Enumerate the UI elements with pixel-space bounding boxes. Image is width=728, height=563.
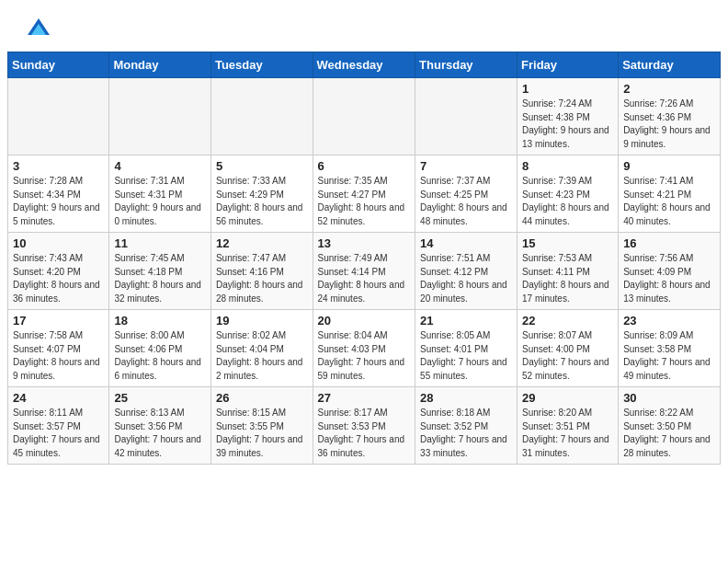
calendar-week-row: 10Sunrise: 7:43 AM Sunset: 4:20 PM Dayli… <box>8 233 721 310</box>
weekday-header: Wednesday <box>313 52 415 78</box>
day-info: Sunrise: 7:51 AM Sunset: 4:12 PM Dayligh… <box>420 252 512 305</box>
day-number: 21 <box>420 314 512 327</box>
day-number: 10 <box>13 236 104 250</box>
calendar-cell <box>8 78 109 155</box>
day-number: 23 <box>623 314 715 327</box>
day-number: 15 <box>522 236 613 250</box>
day-info: Sunrise: 7:31 AM Sunset: 4:31 PM Dayligh… <box>114 175 206 228</box>
calendar-cell: 15Sunrise: 7:53 AM Sunset: 4:11 PM Dayli… <box>518 233 619 310</box>
weekday-header: Tuesday <box>210 52 313 78</box>
day-info: Sunrise: 7:58 AM Sunset: 4:07 PM Dayligh… <box>13 329 104 383</box>
day-info: Sunrise: 8:13 AM Sunset: 3:56 PM Dayligh… <box>114 407 206 460</box>
calendar-cell: 5Sunrise: 7:33 AM Sunset: 4:29 PM Daylig… <box>210 155 313 233</box>
calendar-cell <box>109 78 211 155</box>
day-info: Sunrise: 8:04 AM Sunset: 4:03 PM Dayligh… <box>318 329 411 383</box>
day-info: Sunrise: 7:28 AM Sunset: 4:34 PM Dayligh… <box>13 175 104 228</box>
weekday-header: Thursday <box>415 52 518 78</box>
day-info: Sunrise: 8:11 AM Sunset: 3:57 PM Dayligh… <box>13 407 104 460</box>
calendar-cell: 3Sunrise: 7:28 AM Sunset: 4:34 PM Daylig… <box>8 155 109 233</box>
calendar-cell: 19Sunrise: 8:02 AM Sunset: 4:04 PM Dayli… <box>210 310 313 387</box>
calendar-cell: 6Sunrise: 7:35 AM Sunset: 4:27 PM Daylig… <box>313 155 415 233</box>
calendar-cell: 11Sunrise: 7:45 AM Sunset: 4:18 PM Dayli… <box>109 233 211 310</box>
day-number: 2 <box>623 82 715 96</box>
calendar-week-row: 3Sunrise: 7:28 AM Sunset: 4:34 PM Daylig… <box>8 155 721 233</box>
day-info: Sunrise: 8:20 AM Sunset: 3:51 PM Dayligh… <box>522 407 613 460</box>
calendar-cell: 16Sunrise: 7:56 AM Sunset: 4:09 PM Dayli… <box>619 233 721 310</box>
day-info: Sunrise: 8:02 AM Sunset: 4:04 PM Dayligh… <box>216 329 308 383</box>
day-number: 7 <box>420 159 512 173</box>
calendar-cell: 18Sunrise: 8:00 AM Sunset: 4:06 PM Dayli… <box>109 310 211 387</box>
calendar-cell: 21Sunrise: 8:05 AM Sunset: 4:01 PM Dayli… <box>415 310 518 387</box>
day-info: Sunrise: 7:45 AM Sunset: 4:18 PM Dayligh… <box>114 252 206 305</box>
day-number: 5 <box>216 159 308 173</box>
logo <box>26 17 55 42</box>
day-info: Sunrise: 7:26 AM Sunset: 4:36 PM Dayligh… <box>623 98 715 151</box>
calendar-cell: 9Sunrise: 7:41 AM Sunset: 4:21 PM Daylig… <box>619 155 721 233</box>
day-number: 4 <box>114 159 206 173</box>
day-info: Sunrise: 7:35 AM Sunset: 4:27 PM Dayligh… <box>318 175 411 228</box>
day-info: Sunrise: 8:17 AM Sunset: 3:53 PM Dayligh… <box>318 407 411 460</box>
day-info: Sunrise: 7:47 AM Sunset: 4:16 PM Dayligh… <box>216 252 308 305</box>
calendar-cell: 8Sunrise: 7:39 AM Sunset: 4:23 PM Daylig… <box>518 155 619 233</box>
day-info: Sunrise: 7:56 AM Sunset: 4:09 PM Dayligh… <box>623 252 715 305</box>
day-number: 11 <box>114 236 206 250</box>
day-info: Sunrise: 7:43 AM Sunset: 4:20 PM Dayligh… <box>13 252 104 305</box>
day-info: Sunrise: 7:41 AM Sunset: 4:21 PM Dayligh… <box>623 175 715 228</box>
calendar-cell: 14Sunrise: 7:51 AM Sunset: 4:12 PM Dayli… <box>415 233 518 310</box>
logo-icon <box>26 17 51 42</box>
calendar-cell: 20Sunrise: 8:04 AM Sunset: 4:03 PM Dayli… <box>313 310 415 387</box>
day-number: 19 <box>216 314 308 327</box>
day-number: 17 <box>13 314 104 327</box>
calendar-cell: 24Sunrise: 8:11 AM Sunset: 3:57 PM Dayli… <box>8 387 109 465</box>
day-info: Sunrise: 8:09 AM Sunset: 3:58 PM Dayligh… <box>623 329 715 383</box>
day-info: Sunrise: 7:39 AM Sunset: 4:23 PM Dayligh… <box>522 175 613 228</box>
day-info: Sunrise: 7:49 AM Sunset: 4:14 PM Dayligh… <box>318 252 411 305</box>
day-info: Sunrise: 8:07 AM Sunset: 4:00 PM Dayligh… <box>522 329 613 383</box>
day-number: 9 <box>623 159 715 173</box>
calendar-cell <box>313 78 415 155</box>
calendar-cell: 17Sunrise: 7:58 AM Sunset: 4:07 PM Dayli… <box>8 310 109 387</box>
calendar-body: 1Sunrise: 7:24 AM Sunset: 4:38 PM Daylig… <box>8 78 721 465</box>
calendar-cell: 4Sunrise: 7:31 AM Sunset: 4:31 PM Daylig… <box>109 155 211 233</box>
day-info: Sunrise: 8:00 AM Sunset: 4:06 PM Dayligh… <box>114 329 206 383</box>
day-number: 8 <box>522 159 613 173</box>
day-number: 16 <box>623 236 715 250</box>
calendar-cell: 27Sunrise: 8:17 AM Sunset: 3:53 PM Dayli… <box>313 387 415 465</box>
calendar-cell: 1Sunrise: 7:24 AM Sunset: 4:38 PM Daylig… <box>518 78 619 155</box>
calendar-cell: 25Sunrise: 8:13 AM Sunset: 3:56 PM Dayli… <box>109 387 211 465</box>
calendar-header-row: SundayMondayTuesdayWednesdayThursdayFrid… <box>8 52 721 78</box>
day-number: 26 <box>216 391 308 405</box>
day-info: Sunrise: 7:37 AM Sunset: 4:25 PM Dayligh… <box>420 175 512 228</box>
calendar-cell: 10Sunrise: 7:43 AM Sunset: 4:20 PM Dayli… <box>8 233 109 310</box>
weekday-header: Monday <box>109 52 211 78</box>
day-number: 18 <box>114 314 206 327</box>
weekday-header: Sunday <box>8 52 109 78</box>
calendar-cell: 23Sunrise: 8:09 AM Sunset: 3:58 PM Dayli… <box>619 310 721 387</box>
calendar-week-row: 17Sunrise: 7:58 AM Sunset: 4:07 PM Dayli… <box>8 310 721 387</box>
day-number: 30 <box>623 391 715 405</box>
day-number: 25 <box>114 391 206 405</box>
day-number: 27 <box>318 391 411 405</box>
calendar-cell: 22Sunrise: 8:07 AM Sunset: 4:00 PM Dayli… <box>518 310 619 387</box>
day-number: 14 <box>420 236 512 250</box>
day-number: 3 <box>13 159 104 173</box>
day-info: Sunrise: 7:24 AM Sunset: 4:38 PM Dayligh… <box>522 98 613 151</box>
day-info: Sunrise: 8:05 AM Sunset: 4:01 PM Dayligh… <box>420 329 512 383</box>
day-info: Sunrise: 8:18 AM Sunset: 3:52 PM Dayligh… <box>420 407 512 460</box>
day-info: Sunrise: 7:33 AM Sunset: 4:29 PM Dayligh… <box>216 175 308 228</box>
calendar-week-row: 1Sunrise: 7:24 AM Sunset: 4:38 PM Daylig… <box>8 78 721 155</box>
day-number: 1 <box>522 82 613 96</box>
calendar-cell: 28Sunrise: 8:18 AM Sunset: 3:52 PM Dayli… <box>415 387 518 465</box>
day-info: Sunrise: 8:15 AM Sunset: 3:55 PM Dayligh… <box>216 407 308 460</box>
calendar-cell: 26Sunrise: 8:15 AM Sunset: 3:55 PM Dayli… <box>210 387 313 465</box>
weekday-header: Saturday <box>619 52 721 78</box>
calendar-week-row: 24Sunrise: 8:11 AM Sunset: 3:57 PM Dayli… <box>8 387 721 465</box>
calendar-cell <box>210 78 313 155</box>
day-number: 20 <box>318 314 411 327</box>
day-number: 22 <box>522 314 613 327</box>
day-number: 29 <box>522 391 613 405</box>
calendar-cell: 30Sunrise: 8:22 AM Sunset: 3:50 PM Dayli… <box>619 387 721 465</box>
calendar-cell: 12Sunrise: 7:47 AM Sunset: 4:16 PM Dayli… <box>210 233 313 310</box>
calendar-table: SundayMondayTuesdayWednesdayThursdayFrid… <box>7 52 721 465</box>
calendar-cell: 13Sunrise: 7:49 AM Sunset: 4:14 PM Dayli… <box>313 233 415 310</box>
